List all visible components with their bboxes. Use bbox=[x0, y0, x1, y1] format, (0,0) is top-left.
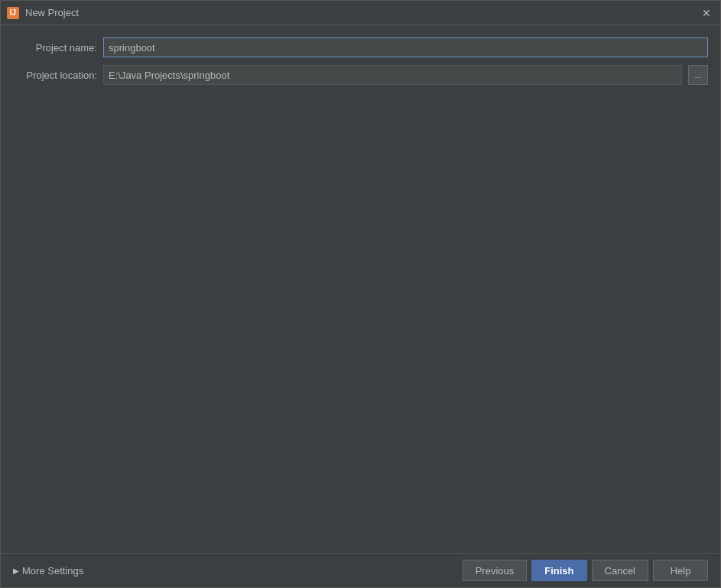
more-settings-label: More Settings bbox=[22, 565, 83, 577]
help-button[interactable]: Help bbox=[653, 560, 708, 581]
bottom-bar: ▶ More Settings Previous Finish Cancel H… bbox=[1, 553, 720, 587]
project-location-label: Project location: bbox=[13, 70, 97, 81]
title-bar: IJ New Project ✕ bbox=[1, 1, 720, 25]
cancel-button[interactable]: Cancel bbox=[592, 560, 648, 581]
content-spacer bbox=[13, 93, 708, 541]
previous-button[interactable]: Previous bbox=[463, 560, 528, 581]
project-name-row: Project name: bbox=[13, 37, 708, 57]
bottom-buttons: Previous Finish Cancel Help bbox=[463, 560, 708, 581]
browse-icon: ... bbox=[694, 70, 701, 80]
more-settings-toggle[interactable]: ▶ More Settings bbox=[13, 565, 83, 577]
app-icon: IJ bbox=[7, 7, 19, 19]
close-button[interactable]: ✕ bbox=[699, 5, 714, 21]
more-settings-arrow-icon: ▶ bbox=[13, 567, 19, 575]
project-name-input[interactable] bbox=[103, 37, 708, 57]
browse-button[interactable]: ... bbox=[688, 65, 708, 85]
new-project-dialog: IJ New Project ✕ Project name: Project l… bbox=[0, 0, 721, 588]
project-location-input[interactable] bbox=[103, 65, 682, 85]
dialog-content: Project name: Project location: ... bbox=[1, 25, 720, 553]
dialog-title: New Project bbox=[25, 7, 693, 18]
project-name-label: Project name: bbox=[13, 42, 97, 54]
finish-button[interactable]: Finish bbox=[531, 560, 586, 581]
project-location-row: Project location: ... bbox=[13, 65, 708, 85]
close-icon: ✕ bbox=[702, 7, 711, 19]
